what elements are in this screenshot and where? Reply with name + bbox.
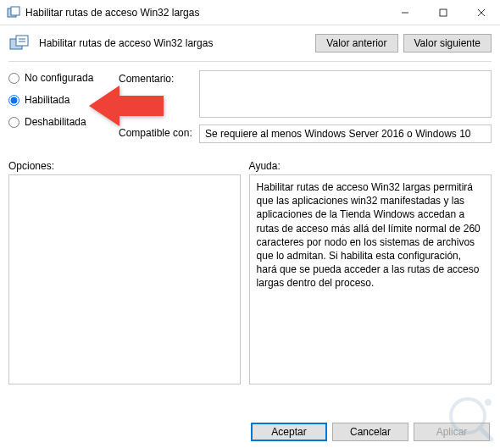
ok-button[interactable]: Aceptar <box>251 423 327 441</box>
apply-button[interactable]: Aplicar <box>414 423 490 441</box>
radio-disabled-input[interactable] <box>8 117 19 128</box>
radio-disabled-label: Deshabilitada <box>25 116 86 128</box>
radio-not-configured-input[interactable] <box>8 73 19 84</box>
window-controls <box>386 0 500 25</box>
header-row: Habilitar rutas de acceso Win32 largas V… <box>8 30 492 59</box>
radio-enabled-label: Habilitada <box>25 94 69 106</box>
compatible-label: Compatible con: <box>119 124 199 139</box>
cancel-button[interactable]: Cancelar <box>332 423 408 441</box>
help-panel[interactable]: Habilitar rutas de acceso Win32 largas p… <box>249 174 492 384</box>
comment-label: Comentario: <box>119 70 199 85</box>
comment-textarea[interactable] <box>199 70 492 118</box>
radio-enabled-input[interactable] <box>8 95 19 106</box>
separator <box>8 61 492 62</box>
policy-icon <box>7 6 20 19</box>
svg-rect-3 <box>440 9 447 16</box>
radio-enabled[interactable]: Habilitada <box>8 94 119 106</box>
footer-buttons: Aceptar Cancelar Aplicar <box>251 423 490 441</box>
svg-rect-1 <box>11 7 19 15</box>
radio-not-configured[interactable]: No configurada <box>8 72 119 84</box>
minimize-button[interactable] <box>386 0 424 25</box>
titlebar: Habilitar rutas de acceso Win32 largas <box>0 0 500 25</box>
options-panel[interactable] <box>8 174 241 384</box>
policy-title: Habilitar rutas de acceso Win32 largas <box>39 37 308 49</box>
radio-not-configured-label: No configurada <box>25 72 93 84</box>
maximize-button[interactable] <box>424 0 462 25</box>
previous-setting-button[interactable]: Valor anterior <box>315 34 397 53</box>
next-setting-button[interactable]: Valor siguiente <box>403 34 492 53</box>
close-button[interactable] <box>462 0 500 25</box>
svg-rect-7 <box>16 36 28 46</box>
help-label: Ayuda: <box>249 160 492 174</box>
svg-point-13 <box>485 399 492 406</box>
policy-header-icon <box>8 34 32 53</box>
window-title: Habilitar rutas de acceso Win32 largas <box>25 7 386 19</box>
options-label: Opciones: <box>8 160 241 174</box>
radio-disabled[interactable]: Deshabilitada <box>8 116 119 128</box>
compatible-with-box[interactable]: Se requiere al menos Windows Server 2016… <box>199 124 492 143</box>
